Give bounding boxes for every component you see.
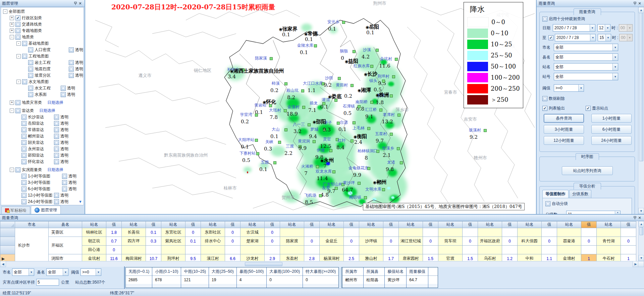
transparency-checkbox[interactable] bbox=[54, 159, 59, 164]
station-marker-icon[interactable] bbox=[353, 121, 356, 124]
tree-expander-icon[interactable]: + bbox=[10, 100, 14, 105]
query-button-2[interactable]: 1小时雨量 bbox=[591, 114, 632, 123]
value-cell[interactable]: 0 bbox=[542, 237, 557, 246]
city-filter-combo[interactable]: 全部▼ bbox=[12, 268, 34, 276]
station-marker-icon[interactable] bbox=[364, 196, 367, 199]
tree-item[interactable]: 韶关雷达透明 bbox=[1, 139, 84, 146]
value-cell[interactable]: 1.8 bbox=[106, 228, 122, 237]
station-cell[interactable]: 杨溪湖村 bbox=[320, 254, 344, 261]
transparency-toggle[interactable]: 透明 bbox=[54, 114, 68, 120]
layer-checkbox[interactable] bbox=[21, 115, 26, 120]
transparency-toggle[interactable]: 透明 bbox=[62, 186, 76, 192]
station-marker-icon[interactable] bbox=[338, 77, 341, 80]
value-cell[interactable] bbox=[502, 246, 518, 254]
value-cell[interactable] bbox=[383, 228, 399, 237]
tree-item[interactable]: +交通路线类 bbox=[1, 21, 84, 28]
layer-checkbox[interactable] bbox=[21, 199, 26, 204]
tree-item[interactable]: +行政区划类 bbox=[1, 15, 84, 21]
station-cell[interactable] bbox=[122, 246, 146, 254]
station-cell[interactable]: 沙龙村 bbox=[240, 254, 265, 261]
station-marker-icon[interactable] bbox=[370, 101, 373, 104]
threshold-filter-combo[interactable]: >=0▼ bbox=[80, 268, 101, 276]
value-cell[interactable]: 2.5 bbox=[344, 254, 359, 261]
value-cell[interactable] bbox=[621, 246, 636, 254]
transparency-toggle[interactable]: 透明 bbox=[61, 92, 75, 97]
county-cell[interactable]: 芙蓉区 bbox=[49, 228, 82, 237]
station-cell[interactable]: 中和 bbox=[518, 254, 542, 261]
station-marker-icon[interactable] bbox=[397, 147, 400, 150]
transparency-toggle[interactable]: 透明 bbox=[62, 180, 76, 185]
station-cell[interactable] bbox=[438, 246, 463, 254]
station-marker-icon[interactable] bbox=[316, 165, 319, 168]
station-cell[interactable]: 金盆丘 bbox=[320, 237, 344, 246]
station-cell[interactable] bbox=[201, 246, 225, 254]
station-cell[interactable]: 东宜社区 bbox=[161, 228, 185, 237]
layer-checkbox[interactable] bbox=[15, 28, 20, 33]
value-cell[interactable] bbox=[344, 246, 359, 254]
value-cell[interactable]: 0.3 bbox=[146, 237, 161, 246]
value-cell[interactable]: 0 bbox=[423, 237, 438, 246]
transparency-checkbox[interactable] bbox=[69, 47, 74, 52]
value-cell[interactable] bbox=[423, 228, 438, 237]
layer-checkbox[interactable] bbox=[28, 47, 33, 52]
station-marker-icon[interactable] bbox=[358, 105, 361, 108]
value-cell[interactable]: 2.9 bbox=[265, 254, 280, 261]
value-cell[interactable] bbox=[225, 246, 240, 254]
station-marker-icon[interactable] bbox=[255, 114, 258, 117]
value-cell[interactable]: 0.1 bbox=[185, 237, 201, 246]
station-cell[interactable] bbox=[359, 228, 383, 237]
query-button-3[interactable]: 3小时雨量 bbox=[544, 125, 584, 134]
station-marker-icon[interactable] bbox=[484, 129, 487, 132]
table-corner-cell[interactable] bbox=[0, 221, 15, 228]
station-marker-icon[interactable] bbox=[332, 170, 335, 173]
tree-item[interactable]: -基础地质图 bbox=[1, 40, 84, 47]
value-column-header[interactable]: 值 bbox=[621, 221, 636, 228]
layer-checkbox[interactable] bbox=[21, 134, 26, 139]
tree-item[interactable]: 常德雷达透明 bbox=[1, 127, 84, 133]
tree-item[interactable]: 24小时等值图透明 bbox=[1, 199, 84, 205]
station-cell[interactable]: 长善垸 bbox=[122, 228, 146, 237]
station-cell[interactable]: 古汉城 bbox=[240, 228, 265, 237]
station-cell[interactable]: 科大佳园 bbox=[518, 237, 542, 246]
county-cell[interactable]: 浏阳市 bbox=[49, 254, 82, 261]
layer-checkbox[interactable] bbox=[22, 54, 27, 59]
station-cell[interactable] bbox=[557, 246, 581, 254]
levels-stepper[interactable]: 11 ▲▼ bbox=[566, 211, 621, 214]
hour-to-combo[interactable]: 15▼ bbox=[598, 34, 611, 41]
station-column-header[interactable]: 站名 bbox=[518, 221, 542, 228]
table-horizontal-scrollbar[interactable]: ◀ ▶ bbox=[0, 261, 644, 267]
query-button-4[interactable]: 6小时雨量 bbox=[591, 125, 632, 134]
tree-item[interactable]: 人口密度透明 bbox=[1, 47, 84, 53]
county-column-header[interactable]: 县名 bbox=[49, 221, 82, 228]
station-marker-icon[interactable] bbox=[337, 122, 340, 125]
station-marker-icon[interactable] bbox=[367, 127, 370, 130]
row-header[interactable] bbox=[0, 246, 15, 254]
value-column-header[interactable]: 值 bbox=[502, 221, 518, 228]
date-select-link[interactable]: 日期选择 bbox=[47, 100, 63, 105]
transparency-checkbox[interactable] bbox=[69, 67, 74, 72]
tree-scroll-down-icon[interactable]: ▼ bbox=[78, 200, 82, 204]
layer-checkbox[interactable] bbox=[15, 100, 20, 105]
ten-minute-checkbox[interactable] bbox=[542, 16, 547, 22]
station-column-header[interactable]: 站名 bbox=[478, 221, 502, 228]
value-column-header[interactable]: 值 bbox=[542, 221, 557, 228]
query-button-1[interactable]: 条件查询 bbox=[544, 114, 584, 123]
value-cell[interactable]: 0 bbox=[463, 237, 478, 246]
layer-checkbox[interactable] bbox=[21, 127, 26, 132]
minute-to-combo[interactable]: 00▼ bbox=[619, 34, 633, 41]
value-cell[interactable]: 0 bbox=[304, 237, 320, 246]
station-cell[interactable] bbox=[399, 228, 423, 237]
station-column-header[interactable]: 站名 bbox=[240, 221, 265, 228]
value-cell[interactable]: 0 bbox=[581, 237, 597, 246]
station-marker-icon[interactable] bbox=[379, 109, 382, 112]
close-icon[interactable]: ✕ bbox=[78, 1, 83, 6]
value-cell[interactable]: 9.5 bbox=[185, 254, 201, 261]
station-column-header[interactable]: 站名 bbox=[597, 221, 621, 228]
right-panel-scrollbar[interactable]: ▲ ▼ bbox=[638, 7, 644, 214]
transparency-toggle[interactable]: 透明 bbox=[69, 47, 83, 53]
value-cell[interactable] bbox=[502, 228, 518, 237]
value-cell[interactable]: 0 bbox=[621, 237, 636, 246]
station-marker-icon[interactable] bbox=[390, 133, 393, 136]
tree-item[interactable]: 地震烈度透明 bbox=[1, 66, 84, 72]
tree-item[interactable]: -全部图层 bbox=[1, 8, 84, 15]
